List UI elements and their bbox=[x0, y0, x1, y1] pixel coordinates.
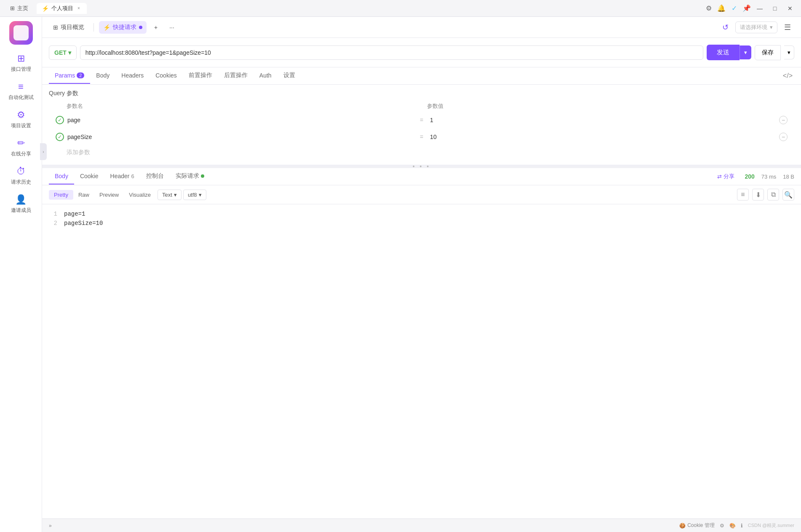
sidebar-item-history[interactable]: ⏱ 请求历史 bbox=[2, 163, 40, 189]
bottom-info-icon[interactable]: ℹ bbox=[741, 523, 743, 529]
project-settings-icon: ⚙ bbox=[17, 110, 25, 120]
bottom-bar: » 🍪 Cookie 管理 ⚙ 🎨 ℹ CSDN @精灵.summer bbox=[42, 519, 801, 532]
param-eq-1: = bbox=[417, 117, 427, 123]
params-section: Query 参数 参数名 参数值 ✓ page = 1 − ✓ pageSize… bbox=[42, 85, 801, 165]
save-button[interactable]: 保存 bbox=[755, 45, 781, 60]
sidebar-item-invite[interactable]: 👤 邀请成员 bbox=[2, 191, 40, 217]
api-management-icon: ⊞ bbox=[17, 53, 25, 64]
format-selector[interactable]: Text ▾ bbox=[158, 190, 182, 200]
resp-subtab-pretty[interactable]: Pretty bbox=[49, 190, 73, 200]
sidebar-item-project-settings[interactable]: ⚙ 项目设置 bbox=[2, 106, 40, 133]
add-icon: + bbox=[154, 24, 158, 31]
home-tab[interactable]: ⊞ 主页 bbox=[5, 3, 33, 14]
sync-icon[interactable]: ✓ bbox=[730, 5, 738, 12]
brand-label: CSDN @精灵.summer bbox=[748, 522, 794, 529]
method-selector[interactable]: GET ▾ bbox=[49, 45, 77, 60]
bottom-theme-icon[interactable]: 🎨 bbox=[729, 523, 736, 529]
download-button[interactable]: ⬇ bbox=[752, 189, 764, 201]
resp-tab-actual[interactable]: 实际请求 bbox=[170, 168, 210, 185]
wrap-icon[interactable]: ≡ bbox=[737, 189, 749, 201]
copy-button[interactable]: ⧉ bbox=[767, 189, 779, 201]
expand-icon: » bbox=[49, 523, 52, 529]
save-dropdown-button[interactable]: ▾ bbox=[784, 45, 794, 59]
tab-headers[interactable]: Headers bbox=[115, 68, 150, 84]
tab-auth[interactable]: Auth bbox=[254, 68, 278, 84]
minimize-button[interactable]: — bbox=[754, 3, 766, 14]
overview-icon: ⊞ bbox=[53, 24, 58, 31]
sidebar-item-api-management[interactable]: ⊞ 接口管理 bbox=[2, 50, 40, 76]
cookie-manage-label: Cookie 管理 bbox=[687, 522, 715, 529]
request-area: GET ▾ 发送 ▾ 保存 ▾ bbox=[42, 38, 801, 67]
logo-inner bbox=[13, 25, 29, 40]
close-tab-button[interactable]: × bbox=[76, 5, 82, 11]
cookie-manage-button[interactable]: 🍪 Cookie 管理 bbox=[679, 522, 715, 529]
project-tab[interactable]: ⚡ 个人项目 × bbox=[37, 3, 87, 14]
encoding-text: utf8 bbox=[188, 192, 197, 198]
refresh-button[interactable]: ↺ bbox=[718, 21, 732, 34]
url-input[interactable] bbox=[80, 45, 703, 60]
resp-header-label: Header bbox=[110, 173, 130, 179]
param-check-1[interactable]: ✓ bbox=[56, 116, 64, 124]
param-eq-2: = bbox=[417, 134, 427, 140]
titlebar-icons: ⚙ 🔔 ✓ 📌 bbox=[705, 5, 750, 12]
resp-tab-cookie[interactable]: Cookie bbox=[74, 168, 104, 184]
status-code: 200 bbox=[745, 173, 754, 180]
bell-icon[interactable]: 🔔 bbox=[718, 5, 725, 12]
more-tabs-button[interactable]: ··· bbox=[165, 21, 179, 33]
home-icon: ⊞ bbox=[10, 5, 15, 11]
env-text: 请选择环境 bbox=[740, 24, 767, 31]
resize-handle[interactable]: • • • bbox=[42, 165, 801, 168]
project-settings-label: 项目设置 bbox=[11, 122, 31, 129]
resp-subtab-visualize[interactable]: Visualize bbox=[124, 190, 156, 200]
sidebar: ⊞ 接口管理 ≡ 自动化测试 ⚙ 项目设置 ✏ 在线分享 ⏱ 请求历史 👤 邀请… bbox=[0, 17, 42, 532]
topbar: ⊞ 项目概览 ⚡ 快捷请求 + ··· ↺ 请选择环境 ▾ bbox=[42, 17, 801, 38]
line-code-2: pageSize=10 bbox=[64, 219, 103, 228]
resp-cookie-label: Cookie bbox=[80, 173, 99, 179]
resp-tab-header[interactable]: Header 6 bbox=[104, 168, 140, 184]
response-area: Body Cookie Header 6 控制台 实际请求 bbox=[42, 168, 801, 519]
sidebar-item-automation[interactable]: ≡ 自动化测试 bbox=[2, 78, 40, 104]
sidebar-item-share[interactable]: ✏ 在线分享 bbox=[2, 134, 40, 161]
tab-cookies[interactable]: Cookies bbox=[150, 68, 183, 84]
tab-settings[interactable]: 设置 bbox=[278, 67, 301, 84]
env-selector[interactable]: 请选择环境 ▾ bbox=[735, 21, 777, 33]
param-remove-1[interactable]: − bbox=[779, 116, 788, 124]
env-chevron-icon: ▾ bbox=[770, 24, 773, 30]
project-icon: ⚡ bbox=[42, 5, 49, 12]
body-tab-label: Body bbox=[96, 72, 109, 79]
maximize-button[interactable]: □ bbox=[769, 3, 781, 14]
resp-subtab-raw[interactable]: Raw bbox=[73, 190, 94, 200]
bottom-settings-icon[interactable]: ⚙ bbox=[720, 523, 724, 529]
code-view-icon[interactable]: </> bbox=[781, 70, 794, 81]
expand-button[interactable]: » bbox=[49, 523, 52, 529]
share-text: 分享 bbox=[724, 173, 734, 180]
encoding-selector[interactable]: utf8 ▾ bbox=[183, 190, 206, 200]
format-chevron-icon: ▾ bbox=[174, 192, 177, 198]
line-number-1: 1 bbox=[49, 209, 57, 219]
add-tab-button[interactable]: + bbox=[150, 21, 162, 33]
close-window-button[interactable]: ✕ bbox=[784, 3, 796, 14]
project-overview-item[interactable]: ⊞ 项目概览 bbox=[49, 21, 88, 34]
resp-tab-body[interactable]: Body bbox=[49, 168, 74, 184]
response-tabs-row: Body Cookie Header 6 控制台 实际请求 bbox=[42, 168, 801, 185]
resp-subtab-preview[interactable]: Preview bbox=[94, 190, 124, 200]
settings-icon[interactable]: ⚙ bbox=[705, 5, 713, 12]
tab-params[interactable]: Params 2 bbox=[49, 68, 90, 84]
share-button[interactable]: ⇄ 分享 bbox=[714, 171, 738, 182]
tab-pre-script[interactable]: 前置操作 bbox=[183, 67, 218, 84]
pin-icon[interactable]: 📌 bbox=[743, 5, 750, 12]
search-button[interactable]: 🔍 bbox=[782, 189, 794, 201]
resp-tab-console[interactable]: 控制台 bbox=[140, 168, 170, 185]
send-dropdown-button[interactable]: ▾ bbox=[740, 45, 751, 59]
quick-request-item[interactable]: ⚡ 快捷请求 bbox=[99, 21, 147, 34]
menu-button[interactable]: ☰ bbox=[781, 21, 794, 34]
add-param-button[interactable]: 添加参数 bbox=[49, 145, 794, 160]
param-remove-2[interactable]: − bbox=[779, 133, 788, 141]
param-check-2[interactable]: ✓ bbox=[56, 133, 64, 141]
params-header: 参数名 参数值 bbox=[49, 101, 794, 112]
send-main-button[interactable]: 发送 bbox=[707, 45, 740, 60]
sidebar-collapse-toggle[interactable]: › bbox=[40, 143, 47, 160]
tab-body[interactable]: Body bbox=[90, 68, 115, 84]
resp-console-label: 控制台 bbox=[146, 172, 164, 180]
tab-post-script[interactable]: 后置操作 bbox=[218, 67, 254, 84]
